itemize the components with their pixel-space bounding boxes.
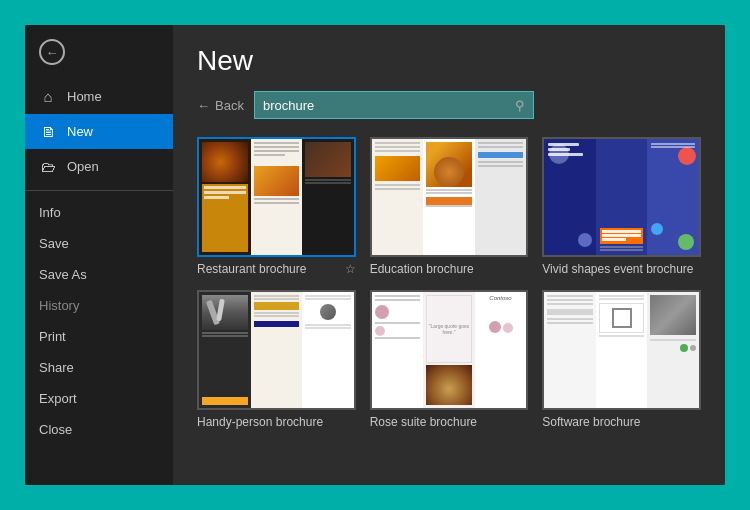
sidebar-item-home[interactable]: ⌂ Home [25, 79, 173, 114]
back-link[interactable]: ← Back [197, 98, 244, 113]
template-label-row-handy: Handy-person brochure [197, 415, 356, 429]
sidebar-item-new[interactable]: 🗎 New [25, 114, 173, 149]
main-content: New ← Back ⚲ [173, 25, 725, 485]
sidebar: ← ⌂ Home 🗎 New 🗁 Open Info Save Save As [25, 25, 173, 485]
template-card-restaurant[interactable]: Restaurant brochure ☆ [197, 137, 356, 276]
sidebar-item-open[interactable]: 🗁 Open [25, 149, 173, 184]
search-input[interactable] [263, 98, 515, 113]
sidebar-item-info[interactable]: Info [25, 197, 173, 228]
template-label-row-restaurant: Restaurant brochure ☆ [197, 262, 356, 276]
search-bar: ← Back ⚲ [197, 91, 701, 119]
sidebar-item-share[interactable]: Share [25, 352, 173, 383]
sidebar-item-home-label: Home [67, 89, 102, 104]
back-link-label: Back [215, 98, 244, 113]
template-thumb-rose: "Large quote goes here." Contoso [370, 290, 529, 410]
template-label-row-vivid: Vivid shapes event brochure [542, 262, 701, 276]
template-card-vivid[interactable]: Vivid shapes event brochure [542, 137, 701, 276]
save-as-label: Save As [39, 267, 87, 282]
template-thumb-education [370, 137, 529, 257]
sidebar-item-export[interactable]: Export [25, 383, 173, 414]
template-thumb-handy [197, 290, 356, 410]
template-name-restaurant: Restaurant brochure [197, 262, 306, 276]
sidebar-divider [25, 190, 173, 191]
info-label: Info [39, 205, 61, 220]
sidebar-item-new-label: New [67, 124, 93, 139]
template-card-rose[interactable]: "Large quote goes here." Contoso [370, 290, 529, 429]
sidebar-item-open-label: Open [67, 159, 99, 174]
home-icon: ⌂ [39, 88, 57, 105]
share-label: Share [39, 360, 74, 375]
sidebar-item-save-as[interactable]: Save As [25, 259, 173, 290]
folder-icon: 🗁 [39, 158, 57, 175]
back-circle-icon: ← [39, 39, 65, 65]
sidebar-item-print[interactable]: Print [25, 321, 173, 352]
search-input-wrap[interactable]: ⚲ [254, 91, 534, 119]
template-name-education: Education brochure [370, 262, 474, 276]
template-card-handy[interactable]: Handy-person brochure [197, 290, 356, 429]
search-icon: ⚲ [515, 98, 525, 113]
template-thumb-software [542, 290, 701, 410]
page-title: New [197, 45, 701, 77]
template-card-software[interactable]: Software brochure [542, 290, 701, 429]
sidebar-item-close[interactable]: Close [25, 414, 173, 445]
close-label: Close [39, 422, 72, 437]
sidebar-item-history[interactable]: History [25, 290, 173, 321]
save-label: Save [39, 236, 69, 251]
new-doc-icon: 🗎 [39, 123, 57, 140]
history-label: History [39, 298, 79, 313]
sidebar-nav: ⌂ Home 🗎 New 🗁 Open [25, 79, 173, 184]
template-name-software: Software brochure [542, 415, 640, 429]
templates-grid: Restaurant brochure ☆ [197, 137, 701, 429]
back-arrow-icon: ← [197, 98, 210, 113]
sidebar-back-button[interactable]: ← [25, 29, 173, 75]
template-label-row-rose: Rose suite brochure [370, 415, 529, 429]
template-label-row-education: Education brochure [370, 262, 529, 276]
app-window: ← ⌂ Home 🗎 New 🗁 Open Info Save Save As [25, 25, 725, 485]
template-label-row-software: Software brochure [542, 415, 701, 429]
pin-icon-restaurant[interactable]: ☆ [345, 262, 356, 276]
template-name-vivid: Vivid shapes event brochure [542, 262, 693, 276]
template-name-rose: Rose suite brochure [370, 415, 477, 429]
sidebar-item-save[interactable]: Save [25, 228, 173, 259]
template-name-handy: Handy-person brochure [197, 415, 323, 429]
export-label: Export [39, 391, 77, 406]
template-card-education[interactable]: Education brochure [370, 137, 529, 276]
template-thumb-vivid [542, 137, 701, 257]
template-thumb-restaurant [197, 137, 356, 257]
print-label: Print [39, 329, 66, 344]
